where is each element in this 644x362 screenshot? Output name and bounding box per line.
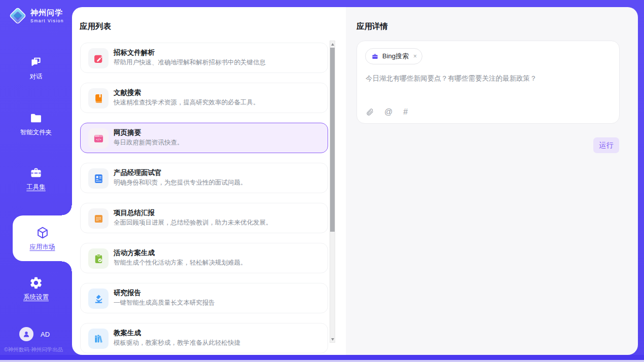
app-card-list: 招标文件解析 帮助用户快速、准确地理解和解析招标书中的关键信息 文献搜索 快速精… bbox=[80, 43, 328, 353]
app-detail-panel: 应用详情 Bing搜索 × 今日湖北有哪些新闻要点？有哪些需要关注的最新政策？ … bbox=[346, 7, 638, 355]
app-card[interactable]: 教案生成 模板驱动，教案秒成，教学准备从此轻松快捷 bbox=[80, 323, 328, 353]
app-card[interactable]: 项目总结汇报 全面回顾项目进展，总结经验教训，助力未来优化发展。 bbox=[80, 203, 328, 233]
app-card-title: 招标文件解析 bbox=[114, 48, 155, 57]
tab-curve-bottom bbox=[62, 261, 72, 271]
avatar bbox=[19, 327, 33, 341]
sidebar-item-label: 对话 bbox=[30, 73, 43, 81]
sidebar: 神州问学 Smart Vision 对话 智能文件夹 bbox=[0, 0, 72, 355]
scroll-down-button[interactable] bbox=[330, 336, 335, 342]
app-card[interactable]: 研究报告 一键智能生成高质量长文本研究报告 bbox=[80, 283, 328, 313]
sidebar-item-app-market[interactable]: 应用市场 bbox=[13, 215, 72, 261]
brand-logo: 神州问学 Smart Vision bbox=[8, 6, 64, 25]
app-card[interactable]: 文献搜索 快速精准查找学术资源，提高研究效率的必备工具。 bbox=[80, 83, 328, 113]
app-card-description: 模板驱动，教案秒成，教学准备从此轻松快捷 bbox=[114, 339, 240, 347]
run-button[interactable]: 运行 bbox=[593, 137, 619, 153]
app-card-title: 产品经理面试官 bbox=[114, 168, 162, 177]
app-card-description: 全面回顾项目进展，总结经验教训，助力未来优化发展。 bbox=[114, 219, 272, 227]
report-note-icon bbox=[88, 208, 109, 229]
app-card-title: 教案生成 bbox=[114, 329, 141, 338]
app-card-description: 每日政府新闻资讯快查。 bbox=[114, 138, 184, 147]
prompt-input[interactable]: 今日湖北有哪些新闻要点？有哪些需要关注的最新政策？ bbox=[366, 74, 609, 84]
copyright-text: ©神州数码·神州问学出品 bbox=[4, 346, 63, 353]
sidebar-item-label: 工具集 bbox=[26, 183, 46, 192]
app-card[interactable]: </> 网页摘要 每日政府新闻资讯快查。 bbox=[80, 123, 328, 153]
toolbox-icon bbox=[28, 165, 44, 180]
app-card-description: 一键智能生成高质量长文本研究报告 bbox=[114, 299, 215, 307]
close-icon[interactable]: × bbox=[413, 53, 417, 60]
app-card[interactable]: 招标文件解析 帮助用户快速、准确地理解和解析招标书中的关键信息 bbox=[80, 43, 328, 73]
app-card-description: 帮助用户快速、准确地理解和解析招标书中的关键信息 bbox=[114, 58, 266, 67]
gear-icon bbox=[28, 275, 44, 291]
scroll-up-button[interactable] bbox=[330, 41, 335, 47]
app-card-description: 智能生成个性化活动方案，轻松解决规划难题。 bbox=[114, 259, 247, 267]
app-card-title: 文献搜索 bbox=[114, 88, 141, 97]
doc-pen-icon bbox=[88, 48, 109, 68]
app-card-title: 活动方案生成 bbox=[114, 248, 155, 258]
sidebar-item-chat[interactable]: 对话 bbox=[0, 55, 72, 81]
bottom-bar bbox=[0, 355, 644, 360]
scrollbar[interactable] bbox=[330, 41, 335, 343]
attachment-toolbar: @ # bbox=[366, 108, 408, 116]
prompt-card: Bing搜索 × 今日湖北有哪些新闻要点？有哪些需要关注的最新政策？ @ # bbox=[356, 41, 620, 124]
sidebar-item-label: 系统设置 bbox=[23, 293, 49, 302]
chat-icon bbox=[28, 55, 44, 70]
clipboard-check-icon bbox=[88, 248, 109, 269]
books-icon bbox=[88, 329, 109, 349]
user-account[interactable]: AD bbox=[19, 327, 50, 341]
mention-icon[interactable]: @ bbox=[384, 108, 392, 116]
interviewer-icon bbox=[88, 168, 109, 189]
app-card-description: 快速精准查找学术资源，提高研究效率的必备工具。 bbox=[114, 98, 260, 107]
brand-name: 神州问学 bbox=[30, 8, 64, 18]
app-card[interactable]: 活动方案生成 智能生成个性化活动方案，轻松解决规划难题。 bbox=[80, 243, 328, 273]
app-window: 神州问学 Smart Vision 对话 智能文件夹 bbox=[0, 0, 644, 362]
scroll-thumb[interactable] bbox=[330, 48, 335, 232]
person-icon bbox=[22, 330, 31, 339]
app-list-title: 应用列表 bbox=[80, 21, 111, 32]
app-card-description: 明确身份和职责，为您提供专业性的面试问题。 bbox=[114, 178, 247, 187]
diamond-logo-icon bbox=[8, 6, 27, 25]
sidebar-item-label: 应用市场 bbox=[30, 243, 55, 251]
hash-icon[interactable]: # bbox=[403, 108, 408, 116]
cube-icon bbox=[35, 225, 50, 240]
brand-subtitle: Smart Vision bbox=[30, 18, 64, 23]
sidebar-item-settings[interactable]: 系统设置 bbox=[0, 275, 72, 302]
briefcase-icon bbox=[371, 53, 379, 60]
folder-icon bbox=[28, 111, 44, 126]
book-icon bbox=[88, 88, 109, 108]
app-card-title: 研究报告 bbox=[114, 288, 141, 298]
app-card[interactable]: 产品经理面试官 明确身份和职责，为您提供专业性的面试问题。 bbox=[80, 163, 328, 193]
user-initials: AD bbox=[41, 331, 50, 338]
app-card-title: 项目总结汇报 bbox=[114, 208, 155, 218]
sidebar-item-toolset[interactable]: 工具集 bbox=[0, 165, 72, 192]
app-card-title: 网页摘要 bbox=[114, 128, 141, 137]
paperclip-icon[interactable] bbox=[366, 108, 374, 116]
sidebar-item-smart-folder[interactable]: 智能文件夹 bbox=[0, 111, 72, 137]
app-detail-title: 应用详情 bbox=[356, 21, 388, 32]
microscope-icon bbox=[88, 288, 109, 309]
sidebar-item-label: 智能文件夹 bbox=[20, 128, 52, 137]
browser-code-icon: </> bbox=[88, 128, 109, 149]
tab-curve-top bbox=[62, 205, 72, 215]
tool-chip-bing-search[interactable]: Bing搜索 × bbox=[365, 48, 422, 64]
app-list-panel: 应用列表 招标文件解析 帮助用户快速、准确地理解和解析招标书中的关键信息 文献搜… bbox=[72, 7, 346, 355]
bottom-edge bbox=[0, 360, 644, 362]
tool-chip-label: Bing搜索 bbox=[382, 52, 409, 61]
svg-text:</>: </> bbox=[96, 138, 101, 141]
